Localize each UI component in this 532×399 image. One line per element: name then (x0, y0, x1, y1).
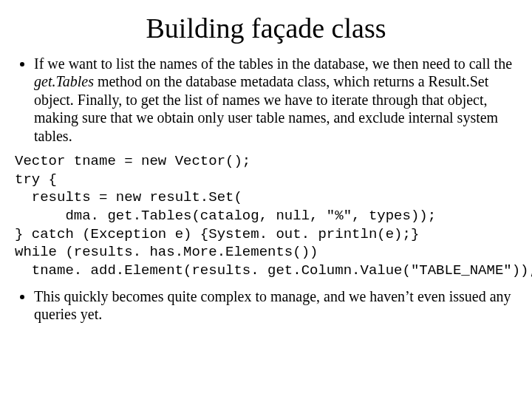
bullet-1-method: get.Tables (34, 73, 94, 89)
bullet-1: If we want to list the names of the tabl… (34, 55, 517, 145)
bullet-list-1: If we want to list the names of the tabl… (15, 55, 517, 145)
bullet-list-2: This quickly becomes quite complex to ma… (15, 287, 517, 324)
bullet-1-text-a: If we want to list the names of the tabl… (34, 55, 512, 72)
slide-title: Building façade class (15, 12, 517, 44)
slide: Building façade class If we want to list… (0, 0, 532, 399)
bullet-1-text-b: method on the database metadata class, w… (34, 73, 498, 143)
bullet-2: This quickly becomes quite complex to ma… (34, 287, 517, 324)
code-block: Vector tname = new Vector(); try { resul… (15, 152, 517, 280)
